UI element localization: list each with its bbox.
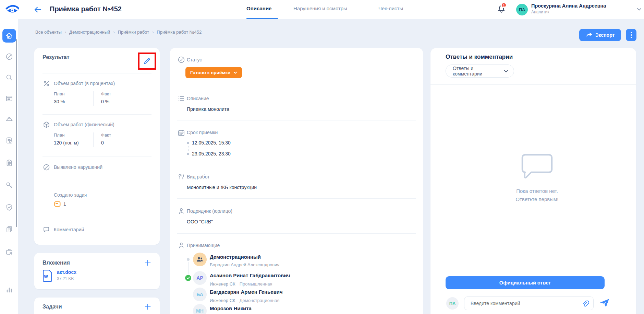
breadcrumb-item[interactable]: Демонстрационный [69,30,110,35]
acceptor-avatar: МН [193,304,207,314]
status-chevron-down-icon [233,71,237,74]
export-button[interactable]: Экспорт [579,29,621,41]
send-comment-icon[interactable] [599,298,610,308]
attachment-file-row[interactable]: W акт.docx 37.21 KB [42,269,76,282]
comment-label: Комментарий [54,227,84,232]
official-reply-label: Официальный ответ [499,280,551,286]
volume-physical-label: Объем работ (физический) [54,122,114,127]
comments-filter-dropdown[interactable]: Ответы и комментарии [446,65,514,78]
back-arrow-icon[interactable] [34,6,42,13]
divider [42,114,151,115]
tab-description[interactable]: Описание [246,5,271,11]
active-tab-underline [246,18,278,19]
plan-label: План [54,132,64,138]
user-role: Аналитик [531,10,549,14]
fact-label: Факт [101,91,111,96]
attachment-file-size: 37.21 KB [57,276,76,281]
plan-value: 120 (пог. м) [54,140,79,146]
word-file-icon: W [42,269,53,282]
attach-paperclip-icon[interactable] [582,300,589,307]
deadline-label: Срок приёмки [187,130,218,135]
sidebar-item-search-icon[interactable] [2,71,16,84]
more-actions-kebab-button[interactable] [626,29,636,41]
acceptor-org: Демонстрационная [240,298,280,303]
user-name: Проскурина Алина Андреевна [531,3,606,9]
comments-panel-title: Ответы и комментарии [446,54,513,60]
accepted-check-icon [185,275,191,281]
divider [177,165,416,165]
acceptor-subtitle: Бородкин Андрей Александрович [210,262,279,267]
breadcrumb-separator: › [65,30,66,35]
divider [177,198,416,199]
user-menu-chevron-icon[interactable] [637,8,642,11]
tasks-card-title: Задачи [42,304,62,310]
sidebar-scrollbar[interactable] [16,39,17,227]
sidebar-item-documents-icon[interactable] [2,222,16,236]
sidebar-item-staff-case-icon[interactable] [2,245,16,259]
attachments-card: Вложения W акт.docx 37.21 KB [34,253,160,289]
plan-value: 30 % [54,99,65,104]
add-task-plus-icon[interactable] [144,303,151,311]
result-card: Результат Объем работ (в процентах) План… [34,48,160,245]
tab-violations-inspections[interactable]: Нарушения и осмотры [293,5,347,11]
divider [42,219,151,219]
sidebar-item-desk-icon[interactable] [2,92,16,105]
divider [177,86,416,86]
acceptor-name: Демонстрационный [210,254,261,260]
export-share-icon [586,32,593,38]
work-type-wrench-icon [178,173,185,181]
edit-pencil-icon[interactable] [143,57,151,65]
deadline-to: 23.05.2025, 23:30 [192,151,231,156]
acceptor-position-row: Инженер СКПромышленная [210,281,272,287]
sidebar-item-acceptance-clipboard-icon[interactable] [2,133,16,147]
contractor-value: ООО "CRB" [187,219,213,224]
empty-state-title: Пока ответов нет. [469,188,606,194]
sidebar-item-tasks-clipboard-icon[interactable] [2,156,16,170]
divider [93,91,94,106]
description-value: Приемка монолита [187,106,229,112]
export-button-label: Экспорт [595,32,615,38]
comment-bubble-icon [42,226,50,233]
result-card-title: Результат [42,54,70,60]
description-label: Описание [187,96,209,101]
divider [42,156,151,156]
comment-input[interactable] [464,296,594,310]
attachments-card-title: Вложения [42,260,70,266]
svg-text:W: W [44,274,48,279]
sidebar-item-builder-helmet-icon[interactable] [2,113,16,126]
tab-checklists[interactable]: Чек-листы [378,5,403,11]
status-label: Статус [187,57,202,62]
timeline-dot [187,153,189,155]
user-avatar[interactable]: ПА [516,4,528,15]
breadcrumb-separator: › [113,30,114,35]
acceptors-person-icon [178,242,185,249]
sidebar-item-home-icon[interactable] [2,29,16,43]
sidebar-item-more-partial-icon[interactable] [2,310,16,314]
tasks-created-count[interactable]: 1 [63,201,66,207]
left-sidebar [0,19,18,314]
contractor-label: Подрядчик (юрлицо) [187,208,232,214]
description-list-icon [178,95,185,102]
app-logo-eye-icon[interactable] [5,5,19,14]
divider [42,73,151,73]
sidebar-item-violations-icon[interactable] [2,50,16,63]
sidebar-item-shield-check-icon[interactable] [2,200,16,214]
acceptor-avatar: АР [193,271,207,285]
acceptor-name: Морозов Никита [210,305,252,311]
comment-input-wrap [464,296,594,310]
sidebar-item-keys-icon[interactable] [2,178,16,192]
status-dropdown-button[interactable]: Готово к приёмке [185,67,242,78]
sidebar-item-analytics-chart-icon[interactable] [2,283,16,296]
calendar-icon [178,129,185,137]
breadcrumb-item[interactable]: Приёмки работ [118,30,149,35]
breadcrumb-item[interactable]: Все объекты [35,30,62,35]
add-attachment-plus-icon[interactable] [144,259,151,267]
official-reply-button[interactable]: Официальный ответ [446,276,605,289]
empty-state-subtitle: Ответьте первым! [469,196,606,202]
timeline-dotted-line [188,146,189,151]
top-header: Приёмка работ №452 Описание Нарушения и … [0,0,644,19]
task-orange-icon[interactable] [54,200,61,208]
volume-percent-label: Объем работ (в процентах) [54,81,115,86]
notifications-bell-icon[interactable]: 1 [497,4,507,15]
breadcrumb: Все объекты › Демонстрационный › Приёмки… [35,30,202,35]
